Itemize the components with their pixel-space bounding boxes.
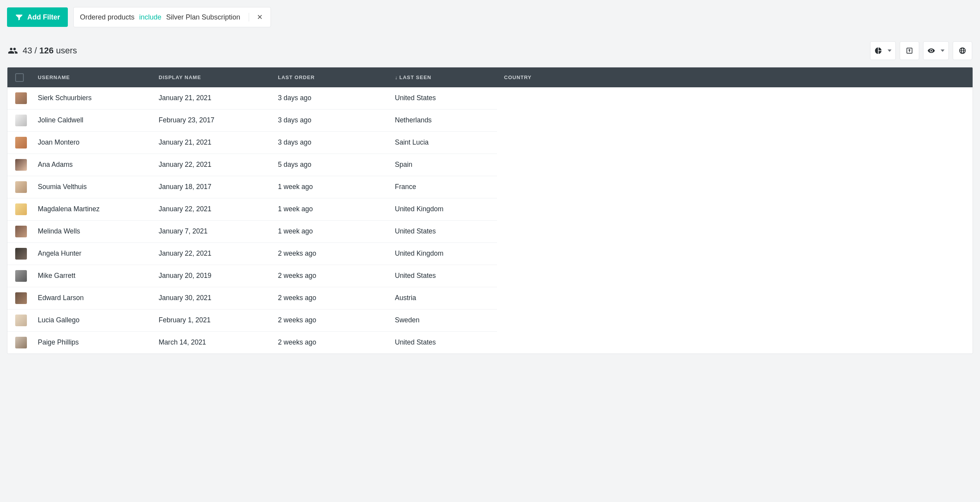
cell-last-order: January 22, 2021: [152, 154, 271, 176]
table-row[interactable]: smallwolf702Ana AdamsJanuary 22, 20215 d…: [7, 154, 973, 176]
cell-last-seen: 3 days ago: [271, 109, 388, 131]
meta-row: 43 / 126 users: [7, 41, 973, 60]
cell-last-seen: 1 week ago: [271, 176, 388, 198]
table-row[interactable]: brownbear112Angela HunterJanuary 22, 202…: [7, 242, 973, 265]
table-row[interactable]: beautifulfish859Joline CaldwellFebruary …: [7, 109, 973, 131]
users-table: USERNAME DISPLAY NAME LAST ORDER ↓LAST S…: [7, 67, 973, 354]
avatar: [15, 226, 27, 237]
cell-country: United States: [388, 87, 497, 109]
chevron-down-icon: [888, 49, 892, 53]
user-count: 43 / 126 users: [8, 46, 77, 56]
cell-display-name: Magdalena Martinez: [31, 198, 152, 220]
cell-last-order: January 7, 2021: [152, 220, 271, 242]
avatar: [15, 181, 27, 193]
cell-display-name: Lucia Gallego: [31, 309, 152, 331]
avatar: [15, 292, 27, 304]
cell-username: browndog542: [7, 331, 31, 354]
cell-display-name: Melinda Wells: [31, 220, 152, 242]
visibility-button[interactable]: [923, 41, 949, 60]
cell-last-seen: 5 days ago: [271, 154, 388, 176]
globe-icon: [959, 47, 966, 55]
table-row[interactable]: lazygorilla149Sierk SchuurbiersJanuary 2…: [7, 87, 973, 109]
cell-country: Austria: [388, 287, 497, 309]
export-icon: [906, 47, 913, 55]
count-separator: /: [35, 46, 37, 55]
table-row[interactable]: lazyfrog231Joan MonteroJanuary 21, 20213…: [7, 131, 973, 154]
cell-display-name: Sierk Schuurbiers: [31, 87, 152, 109]
cell-country: United States: [388, 331, 497, 354]
cell-display-name: Mike Garrett: [31, 265, 152, 287]
filtered-count: 43: [23, 46, 32, 55]
cell-last-seen: 2 weeks ago: [271, 309, 388, 331]
cell-country: Spain: [388, 154, 497, 176]
chevron-down-icon: [941, 49, 945, 53]
table-row[interactable]: organicwolf214Mike GarrettJanuary 20, 20…: [7, 265, 973, 287]
count-label: users: [56, 46, 77, 55]
cell-last-order: February 1, 2021: [152, 309, 271, 331]
cell-display-name: Joline Caldwell: [31, 109, 152, 131]
cell-country: United States: [388, 220, 497, 242]
add-filter-button[interactable]: Add Filter: [7, 7, 68, 27]
cell-username: brownbear112: [7, 242, 31, 265]
cell-last-seen: 2 weeks ago: [271, 265, 388, 287]
avatar: [15, 115, 27, 126]
select-all-checkbox[interactable]: [15, 73, 24, 82]
cell-country: United States: [388, 265, 497, 287]
cell-last-order: January 21, 2021: [152, 87, 271, 109]
column-header-country[interactable]: COUNTRY: [497, 67, 973, 87]
table-row[interactable]: smallostrich419Melinda WellsJanuary 7, 2…: [7, 220, 973, 242]
column-header-display-name[interactable]: DISPLAY NAME: [152, 67, 271, 87]
column-header-last-seen-label: LAST SEEN: [400, 74, 432, 80]
cell-last-order: January 21, 2021: [152, 131, 271, 154]
column-header-last-seen[interactable]: ↓LAST SEEN: [388, 67, 497, 87]
avatar: [15, 248, 27, 260]
cell-last-order: March 14, 2021: [152, 331, 271, 354]
total-count: 126: [39, 46, 54, 55]
globe-button[interactable]: [953, 41, 972, 60]
column-header-username[interactable]: USERNAME: [31, 67, 152, 87]
avatar: [15, 137, 27, 148]
cell-username: beautifulfish859: [7, 109, 31, 131]
cell-display-name: Joan Montero: [31, 131, 152, 154]
cell-username: lazytiger337: [7, 309, 31, 331]
close-icon[interactable]: ✕: [255, 12, 264, 22]
avatar: [15, 159, 27, 171]
cell-last-order: January 18, 2017: [152, 176, 271, 198]
cell-last-order: February 23, 2017: [152, 109, 271, 131]
avatar: [15, 315, 27, 326]
table-row[interactable]: lazytiger337Lucia GallegoFebruary 1, 202…: [7, 309, 973, 331]
cell-last-order: January 30, 2021: [152, 287, 271, 309]
cell-last-seen: 2 weeks ago: [271, 242, 388, 265]
filter-chip-operator: include: [139, 13, 161, 21]
chart-button[interactable]: [870, 41, 896, 60]
table-row[interactable]: purplefish790Magdalena MartinezJanuary 2…: [7, 198, 973, 220]
column-header-last-order[interactable]: LAST ORDER: [271, 67, 388, 87]
cell-country: United Kingdom: [388, 198, 497, 220]
avatar: [15, 203, 27, 215]
add-filter-label: Add Filter: [27, 13, 60, 21]
filter-chip-value: Silver Plan Subscription: [166, 13, 240, 21]
avatar: [15, 92, 27, 104]
cell-username: bluemeercat818: [7, 176, 31, 198]
cell-display-name: Angela Hunter: [31, 242, 152, 265]
cell-last-seen: 2 weeks ago: [271, 287, 388, 309]
table-row[interactable]: organicfrog492Edward LarsonJanuary 30, 2…: [7, 287, 973, 309]
divider: [249, 13, 249, 21]
filter-chip[interactable]: Ordered products include Silver Plan Sub…: [73, 7, 271, 27]
cell-display-name: Ana Adams: [31, 154, 152, 176]
filter-chip-prefix: Ordered products: [80, 13, 134, 21]
cell-country: United Kingdom: [388, 242, 497, 265]
cell-last-seen: 1 week ago: [271, 198, 388, 220]
export-button[interactable]: [900, 41, 919, 60]
cell-display-name: Soumia Velthuis: [31, 176, 152, 198]
toolbar: [870, 41, 972, 60]
table-row[interactable]: bluemeercat818Soumia VelthuisJanuary 18,…: [7, 176, 973, 198]
cell-country: Saint Lucia: [388, 131, 497, 154]
cell-last-seen: 3 days ago: [271, 131, 388, 154]
eye-icon: [927, 47, 935, 55]
cell-country: Netherlands: [388, 109, 497, 131]
cell-username: smallwolf702: [7, 154, 31, 176]
cell-username: organicwolf214: [7, 265, 31, 287]
avatar: [15, 337, 27, 348]
table-row[interactable]: browndog542Paige PhillipsMarch 14, 20212…: [7, 331, 973, 354]
